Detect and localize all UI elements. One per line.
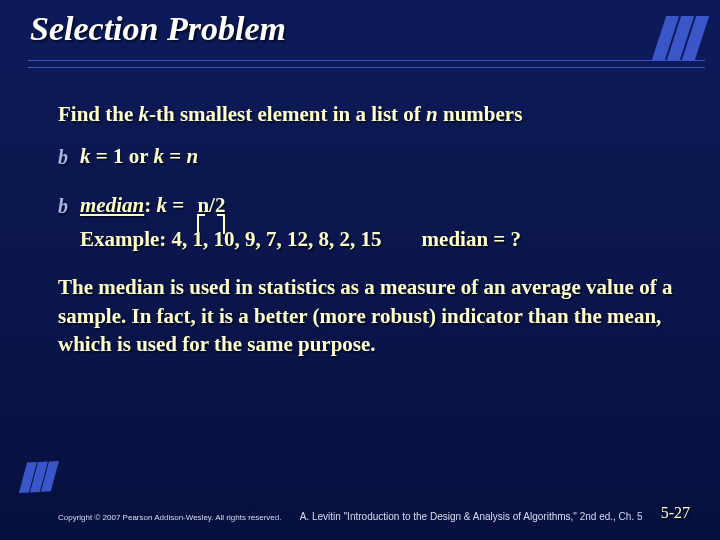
title-rule-lower [28,67,705,68]
slide-title: Selection Problem [30,10,286,48]
b1-eq1: = 1 or [91,144,154,168]
example-line: Example: 4, 1, 10, 9, 7, 12, 8, 2, 15 [80,225,382,253]
lead-sentence: Find the k-th smallest element in a list… [58,100,690,128]
slide: Selection Problem Find the k-th smallest… [0,0,720,540]
example-question: median = ? [422,225,521,253]
bullet-simple-cases: b k = 1 or k = n [58,142,690,170]
example-label: Example: [80,227,172,251]
median-k: k [156,193,167,217]
footer: Copyright © 2007 Pearson Addison-Wesley.… [58,504,690,522]
ceil-expression: n/2 [189,193,233,217]
bullet-icon: b [58,193,68,220]
content-area: Find the k-th smallest element in a list… [58,100,690,358]
lead-post2: numbers [438,102,523,126]
b1-k2: k [153,144,164,168]
bullet-median: b median: k = n/2 Example: 4, 1, 10, 9, … [58,191,690,254]
title-rule-upper [28,60,705,61]
median-colon: : [144,193,156,217]
footer-citation: A. Levitin "Introduction to the Design &… [282,511,661,522]
lead-var-k: k [139,102,150,126]
b1-n: n [186,144,198,168]
median-word: median [80,193,144,217]
b1-k1: k [80,144,91,168]
decor-stripes-top-icon [657,16,702,64]
lead-pre: Find the [58,102,139,126]
lead-var-n: n [426,102,438,126]
bullet-icon: b [58,144,68,171]
footer-copyright: Copyright © 2007 Pearson Addison-Wesley.… [58,513,282,522]
footer-page-number: 5-27 [661,504,690,522]
lead-post1: -th smallest element in a list of [149,102,426,126]
b1-eq2: = [164,144,186,168]
median-eq: = [167,193,189,217]
paragraph-median: The median is used in statistics as a me… [58,273,690,358]
decor-stripes-bottom-icon [21,461,56,497]
